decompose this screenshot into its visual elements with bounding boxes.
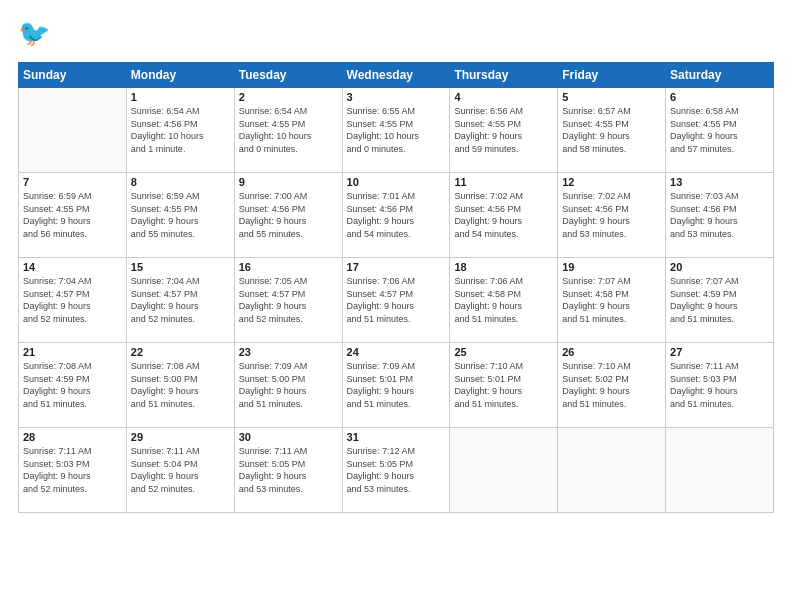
day-cell: 22Sunrise: 7:08 AM Sunset: 5:00 PM Dayli…: [126, 343, 234, 428]
weekday-header-friday: Friday: [558, 63, 666, 88]
day-number: 15: [131, 261, 230, 273]
day-info: Sunrise: 7:08 AM Sunset: 5:00 PM Dayligh…: [131, 360, 230, 410]
day-info: Sunrise: 6:59 AM Sunset: 4:55 PM Dayligh…: [23, 190, 122, 240]
day-number: 16: [239, 261, 338, 273]
weekday-header-thursday: Thursday: [450, 63, 558, 88]
day-number: 30: [239, 431, 338, 443]
week-row-4: 28Sunrise: 7:11 AM Sunset: 5:03 PM Dayli…: [19, 428, 774, 513]
day-info: Sunrise: 6:56 AM Sunset: 4:55 PM Dayligh…: [454, 105, 553, 155]
day-cell: 26Sunrise: 7:10 AM Sunset: 5:02 PM Dayli…: [558, 343, 666, 428]
day-info: Sunrise: 7:02 AM Sunset: 4:56 PM Dayligh…: [562, 190, 661, 240]
day-number: 26: [562, 346, 661, 358]
day-number: 1: [131, 91, 230, 103]
day-number: 9: [239, 176, 338, 188]
day-cell: 3Sunrise: 6:55 AM Sunset: 4:55 PM Daylig…: [342, 88, 450, 173]
day-cell: 14Sunrise: 7:04 AM Sunset: 4:57 PM Dayli…: [19, 258, 127, 343]
week-row-2: 14Sunrise: 7:04 AM Sunset: 4:57 PM Dayli…: [19, 258, 774, 343]
day-number: 29: [131, 431, 230, 443]
logo: 🐦: [18, 18, 55, 54]
day-info: Sunrise: 7:11 AM Sunset: 5:05 PM Dayligh…: [239, 445, 338, 495]
day-cell: 17Sunrise: 7:06 AM Sunset: 4:57 PM Dayli…: [342, 258, 450, 343]
day-number: 4: [454, 91, 553, 103]
day-number: 17: [347, 261, 446, 273]
day-cell: 23Sunrise: 7:09 AM Sunset: 5:00 PM Dayli…: [234, 343, 342, 428]
day-number: 25: [454, 346, 553, 358]
day-cell: 2Sunrise: 6:54 AM Sunset: 4:55 PM Daylig…: [234, 88, 342, 173]
day-cell: 6Sunrise: 6:58 AM Sunset: 4:55 PM Daylig…: [666, 88, 774, 173]
weekday-header-monday: Monday: [126, 63, 234, 88]
day-info: Sunrise: 7:01 AM Sunset: 4:56 PM Dayligh…: [347, 190, 446, 240]
day-number: 27: [670, 346, 769, 358]
day-info: Sunrise: 6:54 AM Sunset: 4:56 PM Dayligh…: [131, 105, 230, 155]
header: 🐦: [18, 18, 774, 54]
day-cell: 28Sunrise: 7:11 AM Sunset: 5:03 PM Dayli…: [19, 428, 127, 513]
week-row-0: 1Sunrise: 6:54 AM Sunset: 4:56 PM Daylig…: [19, 88, 774, 173]
day-cell: 27Sunrise: 7:11 AM Sunset: 5:03 PM Dayli…: [666, 343, 774, 428]
day-number: 23: [239, 346, 338, 358]
day-cell: [19, 88, 127, 173]
day-number: 7: [23, 176, 122, 188]
day-cell: 9Sunrise: 7:00 AM Sunset: 4:56 PM Daylig…: [234, 173, 342, 258]
day-info: Sunrise: 7:02 AM Sunset: 4:56 PM Dayligh…: [454, 190, 553, 240]
day-info: Sunrise: 7:10 AM Sunset: 5:01 PM Dayligh…: [454, 360, 553, 410]
day-cell: 30Sunrise: 7:11 AM Sunset: 5:05 PM Dayli…: [234, 428, 342, 513]
day-info: Sunrise: 6:58 AM Sunset: 4:55 PM Dayligh…: [670, 105, 769, 155]
day-info: Sunrise: 7:07 AM Sunset: 4:58 PM Dayligh…: [562, 275, 661, 325]
day-number: 13: [670, 176, 769, 188]
day-info: Sunrise: 6:59 AM Sunset: 4:55 PM Dayligh…: [131, 190, 230, 240]
weekday-header-sunday: Sunday: [19, 63, 127, 88]
day-number: 28: [23, 431, 122, 443]
day-cell: 24Sunrise: 7:09 AM Sunset: 5:01 PM Dayli…: [342, 343, 450, 428]
calendar: SundayMondayTuesdayWednesdayThursdayFrid…: [18, 62, 774, 513]
day-number: 5: [562, 91, 661, 103]
day-cell: 5Sunrise: 6:57 AM Sunset: 4:55 PM Daylig…: [558, 88, 666, 173]
day-info: Sunrise: 7:00 AM Sunset: 4:56 PM Dayligh…: [239, 190, 338, 240]
day-info: Sunrise: 7:11 AM Sunset: 5:04 PM Dayligh…: [131, 445, 230, 495]
day-cell: 12Sunrise: 7:02 AM Sunset: 4:56 PM Dayli…: [558, 173, 666, 258]
day-cell: 1Sunrise: 6:54 AM Sunset: 4:56 PM Daylig…: [126, 88, 234, 173]
weekday-header-tuesday: Tuesday: [234, 63, 342, 88]
day-info: Sunrise: 7:03 AM Sunset: 4:56 PM Dayligh…: [670, 190, 769, 240]
day-cell: 4Sunrise: 6:56 AM Sunset: 4:55 PM Daylig…: [450, 88, 558, 173]
day-cell: 31Sunrise: 7:12 AM Sunset: 5:05 PM Dayli…: [342, 428, 450, 513]
day-info: Sunrise: 6:55 AM Sunset: 4:55 PM Dayligh…: [347, 105, 446, 155]
day-info: Sunrise: 7:11 AM Sunset: 5:03 PM Dayligh…: [23, 445, 122, 495]
day-cell: [666, 428, 774, 513]
week-row-1: 7Sunrise: 6:59 AM Sunset: 4:55 PM Daylig…: [19, 173, 774, 258]
day-info: Sunrise: 7:04 AM Sunset: 4:57 PM Dayligh…: [23, 275, 122, 325]
day-cell: 20Sunrise: 7:07 AM Sunset: 4:59 PM Dayli…: [666, 258, 774, 343]
day-cell: 15Sunrise: 7:04 AM Sunset: 4:57 PM Dayli…: [126, 258, 234, 343]
weekday-header-saturday: Saturday: [666, 63, 774, 88]
day-number: 14: [23, 261, 122, 273]
weekday-header-wednesday: Wednesday: [342, 63, 450, 88]
day-number: 24: [347, 346, 446, 358]
day-info: Sunrise: 7:12 AM Sunset: 5:05 PM Dayligh…: [347, 445, 446, 495]
day-number: 18: [454, 261, 553, 273]
day-cell: 11Sunrise: 7:02 AM Sunset: 4:56 PM Dayli…: [450, 173, 558, 258]
day-cell: [450, 428, 558, 513]
day-cell: 16Sunrise: 7:05 AM Sunset: 4:57 PM Dayli…: [234, 258, 342, 343]
day-number: 22: [131, 346, 230, 358]
day-info: Sunrise: 7:08 AM Sunset: 4:59 PM Dayligh…: [23, 360, 122, 410]
day-info: Sunrise: 7:07 AM Sunset: 4:59 PM Dayligh…: [670, 275, 769, 325]
page: 🐦 SundayMondayTuesdayWednesdayThursdayFr…: [0, 0, 792, 612]
day-info: Sunrise: 7:09 AM Sunset: 5:00 PM Dayligh…: [239, 360, 338, 410]
day-number: 19: [562, 261, 661, 273]
day-info: Sunrise: 7:06 AM Sunset: 4:57 PM Dayligh…: [347, 275, 446, 325]
day-number: 20: [670, 261, 769, 273]
logo-icon: 🐦: [18, 18, 50, 54]
day-number: 31: [347, 431, 446, 443]
day-number: 21: [23, 346, 122, 358]
svg-text:🐦: 🐦: [18, 18, 50, 49]
day-cell: 8Sunrise: 6:59 AM Sunset: 4:55 PM Daylig…: [126, 173, 234, 258]
day-cell: 19Sunrise: 7:07 AM Sunset: 4:58 PM Dayli…: [558, 258, 666, 343]
day-info: Sunrise: 7:04 AM Sunset: 4:57 PM Dayligh…: [131, 275, 230, 325]
day-info: Sunrise: 6:54 AM Sunset: 4:55 PM Dayligh…: [239, 105, 338, 155]
day-info: Sunrise: 7:06 AM Sunset: 4:58 PM Dayligh…: [454, 275, 553, 325]
day-number: 6: [670, 91, 769, 103]
day-number: 12: [562, 176, 661, 188]
day-info: Sunrise: 7:09 AM Sunset: 5:01 PM Dayligh…: [347, 360, 446, 410]
day-cell: [558, 428, 666, 513]
day-number: 11: [454, 176, 553, 188]
day-info: Sunrise: 6:57 AM Sunset: 4:55 PM Dayligh…: [562, 105, 661, 155]
